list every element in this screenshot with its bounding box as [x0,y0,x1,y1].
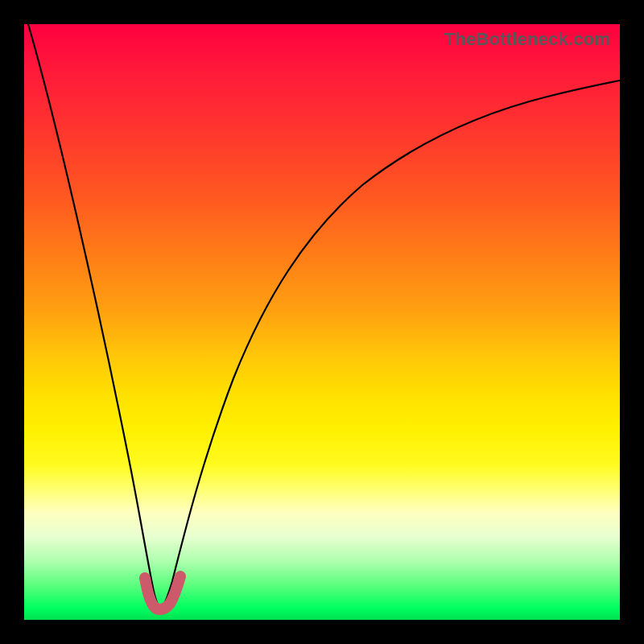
bottleneck-curve [28,24,620,609]
plot-area: TheBottleneck.com [24,24,620,620]
trough-highlight [145,576,180,609]
curve-layer [24,24,620,620]
chart-frame: TheBottleneck.com [0,0,644,644]
